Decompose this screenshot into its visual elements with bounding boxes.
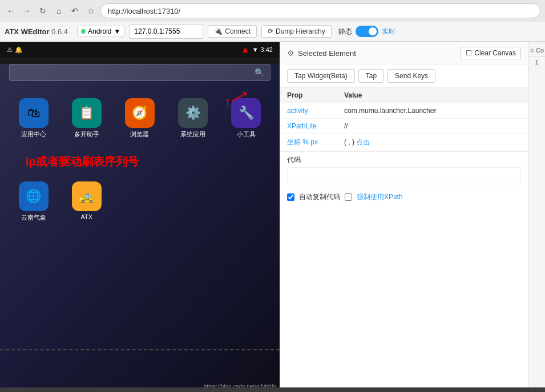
table-header-row: Prop Value [280, 88, 528, 103]
table-row: 坐标 % px ( , ) 点击 [280, 134, 528, 151]
code-label: 代码 [287, 155, 521, 165]
clear-canvas-button[interactable]: ☐ Clear Canvas [461, 47, 521, 59]
realtime-label: 实时 [382, 27, 395, 37]
auto-copy-checkbox[interactable] [287, 193, 294, 201]
side-tab-number: 1 [528, 56, 545, 66]
app-icon-label: 应用中心 [21, 130, 46, 139]
app-icon-label: 系统应用 [180, 130, 205, 139]
ip-address-input[interactable] [129, 24, 203, 39]
android-panel[interactable]: ⚠ 🔔 ▲ ▼ 3:42 🔍 ↑ ⟶ ip或者驱动刷表序列号 [0, 42, 280, 387]
app-icon-label: 小工具 [237, 130, 256, 139]
android-status-bar: ⚠ 🔔 ▲ ▼ 3:42 [0, 42, 280, 57]
prop-key-xpathlite: XPathLite [280, 119, 337, 134]
search-icon[interactable]: 🔍 [255, 68, 264, 77]
app-title: ATX WEditor 0.6.4 [5, 27, 68, 36]
back-button[interactable]: ← [5, 5, 17, 17]
settings-icon: ⚙ [287, 49, 294, 58]
app-icon-img: 🚕 [72, 181, 102, 211]
main-area: ⚠ 🔔 ▲ ▼ 3:42 🔍 ↑ ⟶ ip或者驱动刷表序列号 [0, 42, 545, 387]
browser-chrome: ← → ↻ ⌂ ↶ ☆ ATX WEditor 0.6.4 Android ▼ … [0, 0, 545, 42]
home-button[interactable]: ⌂ [53, 5, 65, 17]
send-keys-button[interactable]: Send Keys [387, 69, 435, 83]
android-screen[interactable]: 🔍 ↑ ⟶ ip或者驱动刷表序列号 🛍 应用中心 📋 多开助手 [0, 64, 280, 387]
click-link[interactable]: 点击 [356, 138, 370, 146]
warning-icon: ⚠ [7, 46, 13, 54]
app-toolbar: ATX WEditor 0.6.4 Android ▼ 🔌 Connect ⟳ … [0, 22, 545, 42]
prop-value-xpathlite: // [337, 119, 528, 134]
inspector-header: ⚙ Selected Element ☐ Clear Canvas [280, 42, 528, 64]
auto-copy-label: 自动复制代码 [299, 192, 340, 202]
code-input[interactable] [287, 167, 521, 184]
app-icon-yingyongzhongxin[interactable]: 🛍 应用中心 [10, 98, 56, 139]
realtime-toggle[interactable] [356, 26, 378, 37]
tap-button[interactable]: Tap [358, 69, 384, 83]
app-icon-label: 多开助手 [74, 130, 99, 139]
app-icon-duokaizushou[interactable]: 📋 多开助手 [63, 98, 110, 139]
app-icon-img: 🌐 [19, 181, 49, 211]
prop-value-coords: ( , ) 点击 [337, 134, 528, 151]
app-icon-label: ATX [81, 213, 93, 220]
forward-button[interactable]: → [21, 5, 33, 17]
inspector-panel: ⚙ Selected Element ☐ Clear Canvas Tap Wi… [280, 42, 528, 387]
clear-canvas-label: Clear Canvas [474, 49, 516, 57]
refresh-icon: ⟳ [268, 27, 273, 35]
coords-text: ( , ) [344, 138, 356, 146]
app-icon-img: 🧭 [125, 98, 155, 128]
app-icon-xitong[interactable]: ⚙️ 系统应用 [170, 98, 216, 139]
wifi-icon: ▼ [252, 46, 259, 53]
app-icon-img: 🛍 [19, 98, 49, 128]
chevron-down-icon: ▼ [114, 27, 120, 35]
app-icon-img: ⚙️ [178, 98, 208, 128]
app-icon-atx[interactable]: 🚕 ATX [63, 181, 110, 222]
android-search-input[interactable] [15, 68, 255, 77]
action-buttons-row: Tap Widget(Beta) Tap Send Keys [280, 64, 528, 88]
dump-hierarchy-button[interactable]: ⟳ Dump Hierarchy [261, 25, 332, 38]
table-row: XPathLite // [280, 119, 528, 134]
force-xpath-label: 强制使用XPath [357, 192, 403, 202]
app-icon-img: 📋 [72, 98, 102, 128]
connect-button[interactable]: 🔌 Connect [208, 25, 257, 38]
table-row: activity com.mumu.launcher.Launcher [280, 103, 528, 119]
dotted-divider [0, 349, 280, 350]
app-icon-label: 云南气象 [21, 213, 46, 222]
options-row: 自动复制代码 强制使用XPath [280, 188, 528, 207]
far-right-panel: ♫ Co 1 [528, 42, 545, 387]
properties-table: Prop Value activity com.mumu.launcher.La… [280, 88, 528, 151]
checkbox-icon: ☐ [466, 49, 472, 57]
static-label: 静态 [338, 27, 352, 37]
mode-toggle-area: 静态 实时 [338, 26, 395, 37]
device-select[interactable]: Android ▼ [77, 26, 124, 37]
selected-element-title: ⚙ Selected Element [287, 49, 356, 58]
app-icon-yunnanqixiang[interactable]: 🌐 云南气象 [10, 181, 56, 222]
status-icons-right: ▲ ▼ 3:42 [241, 45, 273, 55]
code-section: 代码 [280, 151, 528, 188]
app-grid-row2: 🌐 云南气象 🚕 ATX [0, 176, 280, 228]
android-dot-icon [81, 29, 86, 34]
app-icon-liulanqi[interactable]: 🧭 浏览器 [116, 98, 163, 139]
prop-key-coords: 坐标 % px [280, 134, 337, 151]
android-search-bar[interactable]: 🔍 [9, 64, 271, 81]
device-label: Android [88, 27, 111, 35]
prop-header-value: Value [337, 88, 528, 103]
side-tab-icon: ♫ Co [530, 47, 544, 54]
connect-icon: 🔌 [214, 27, 223, 35]
inspector-title: Selected Element [298, 49, 356, 58]
app-version: 0.6.4 [51, 27, 68, 36]
arrow-up-icon: ▲ [241, 45, 250, 55]
star-button[interactable]: ☆ [84, 5, 97, 17]
force-xpath-checkbox[interactable] [345, 193, 352, 201]
time-display: 3:42 [261, 46, 273, 53]
prop-key-activity: activity [280, 103, 337, 119]
prop-header-key: Prop [280, 88, 337, 103]
refresh-button[interactable]: ↻ [37, 5, 49, 17]
annotation-text: ip或者驱动刷表序列号 [26, 154, 139, 169]
tap-widget-button[interactable]: Tap Widget(Beta) [287, 69, 355, 83]
prop-value-activity: com.mumu.launcher.Launcher [337, 103, 528, 119]
bell-icon: 🔔 [15, 46, 23, 54]
watermark: https://blog.csdn.net/gjfyhbfg [204, 383, 276, 387]
back2-button[interactable]: ↶ [68, 5, 81, 17]
browser-nav-bar: ← → ↻ ⌂ ↶ ☆ [0, 0, 545, 22]
status-icons-left: ⚠ 🔔 [7, 46, 23, 54]
address-bar[interactable] [100, 3, 540, 18]
app-icon-label: 浏览器 [130, 130, 149, 139]
